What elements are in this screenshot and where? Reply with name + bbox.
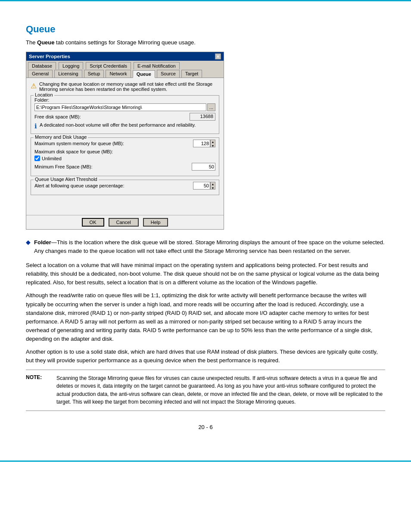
note-content: Scanning the Storage Mirroring queue fil… — [56, 374, 385, 406]
max-memory-label: Maximum system memory for queue (MB): — [34, 141, 191, 146]
tab-logging[interactable]: Logging — [59, 62, 83, 69]
paragraph-3: Another option is to use a solid state d… — [26, 348, 385, 365]
tab-row-1: Database Logging Script Credentials E-ma… — [28, 62, 222, 69]
location-group: Location Folder: ... Free disk space (MB… — [31, 95, 219, 134]
warning-icon: ⚠ — [31, 82, 37, 90]
min-free-input[interactable] — [192, 163, 215, 171]
unlimited-row: Unlimited — [34, 156, 215, 161]
folder-bullet-bold: Folder — [34, 239, 51, 246]
queue-group-label: Queue Usage Alert Threshold — [34, 177, 99, 182]
tab-queue[interactable]: Queue — [133, 70, 155, 78]
footer: 20 - 6 — [26, 420, 385, 435]
dialog-title: Server Properties — [29, 54, 70, 59]
tab-setup[interactable]: Setup — [84, 70, 104, 78]
unlimited-checkbox[interactable] — [34, 156, 40, 161]
dialog-titlebar: Server Properties × — [26, 52, 224, 61]
tab-email-notification[interactable]: E-mail Notification — [134, 62, 180, 69]
tab-target[interactable]: Target — [181, 70, 202, 78]
folder-bullet-content: Folder—This is the location where the di… — [34, 238, 385, 255]
bottom-border — [0, 460, 411, 462]
memory-group-label: Memory and Disk Usage — [34, 134, 88, 140]
location-group-label: Location — [34, 92, 54, 97]
max-disk-label: Maximum disk space for queue (MB): — [34, 149, 215, 154]
alert-arrows[interactable]: ▲ ▼ — [210, 182, 215, 190]
free-disk-value: 13688 — [190, 113, 215, 121]
note-label: NOTE: — [26, 374, 50, 406]
paragraph-1: Select a location on a volume that will … — [26, 261, 385, 287]
intro-text: The Queue tab contains settings for Stor… — [26, 39, 385, 46]
unlimited-label: Unlimited — [42, 156, 62, 161]
alert-spin-down-icon[interactable]: ▼ — [211, 186, 215, 190]
note-box: NOTE: Scanning the Storage Mirroring que… — [26, 370, 385, 411]
tab-network[interactable]: Network — [106, 70, 131, 78]
alert-input[interactable] — [193, 182, 210, 190]
warning-text: Changing the queue location or memory us… — [39, 81, 219, 92]
footer-text: 20 - 6 — [198, 424, 212, 430]
queue-alert-group: Queue Usage Alert Threshold Alert at fol… — [31, 180, 219, 195]
info-box: ℹ A dedicated non-boot volume will offer… — [34, 122, 215, 130]
info-icon: ℹ — [34, 122, 37, 130]
spin-down-icon[interactable]: ▼ — [211, 144, 215, 148]
alert-row: Alert at following queue usage percentag… — [34, 182, 215, 190]
memory-disk-group: Memory and Disk Usage Maximum system mem… — [31, 137, 219, 176]
page-title: Queue — [26, 24, 385, 35]
tab-script-credentials[interactable]: Script Credentials — [86, 62, 131, 69]
tab-row-2: General Licensing Setup Network Queue So… — [28, 70, 222, 78]
close-icon[interactable]: × — [215, 53, 221, 59]
min-free-label: Minimum Free Space (MB): — [34, 164, 190, 169]
spacer — [31, 199, 219, 212]
dialog-buttons: OK Cancel Help — [26, 215, 224, 229]
cancel-button[interactable]: Cancel — [109, 218, 139, 227]
max-memory-input[interactable] — [193, 140, 210, 147]
tab-licensing[interactable]: Licensing — [54, 70, 82, 78]
folder-bullet-item: ◆ Folder—This is the location where the … — [26, 238, 385, 255]
spin-up-icon[interactable]: ▲ — [211, 140, 215, 144]
alert-spin-up-icon[interactable]: ▲ — [211, 182, 215, 186]
max-memory-row: Maximum system memory for queue (MB): ▲ … — [34, 140, 215, 147]
info-text: A dedicated non-boot volume will offer t… — [40, 122, 196, 128]
dialog-tabs: Database Logging Script Credentials E-ma… — [26, 61, 224, 78]
bullet-section: ◆ Folder—This is the location where the … — [26, 238, 385, 255]
intro-after: tab contains settings for Storage Mirror… — [54, 39, 195, 46]
paragraph-2: Although the read/write ratio on queue f… — [26, 291, 385, 343]
folder-label: Folder: — [34, 97, 215, 103]
browse-button[interactable]: ... — [207, 103, 215, 111]
help-button[interactable]: Help — [143, 218, 168, 227]
max-memory-spinner[interactable]: ▲ ▼ — [193, 140, 215, 147]
free-disk-label: Free disk space (MB): — [34, 114, 190, 119]
tab-database[interactable]: Database — [28, 62, 56, 69]
folder-row: ... — [34, 103, 215, 111]
bullet-diamond-icon: ◆ — [26, 239, 31, 255]
folder-input[interactable] — [34, 103, 206, 111]
max-memory-arrows[interactable]: ▲ ▼ — [210, 140, 215, 147]
alert-spinner[interactable]: ▲ ▼ — [193, 182, 215, 190]
min-free-row: Minimum Free Space (MB): — [34, 163, 215, 171]
alert-label: Alert at following queue usage percentag… — [34, 183, 191, 188]
intro-bold: Queue — [37, 39, 54, 46]
dialog-body: ⚠ Changing the queue location or memory … — [26, 78, 224, 215]
ok-button[interactable]: OK — [82, 218, 104, 227]
folder-bullet-text: —This is the location where the disk que… — [34, 239, 385, 254]
tab-general[interactable]: General — [28, 70, 53, 78]
tab-source[interactable]: Source — [157, 70, 180, 78]
server-properties-dialog: Server Properties × Database Logging Scr… — [26, 52, 224, 230]
warning-box: ⚠ Changing the queue location or memory … — [31, 81, 219, 92]
free-space-row: Free disk space (MB): 13688 — [34, 113, 215, 121]
